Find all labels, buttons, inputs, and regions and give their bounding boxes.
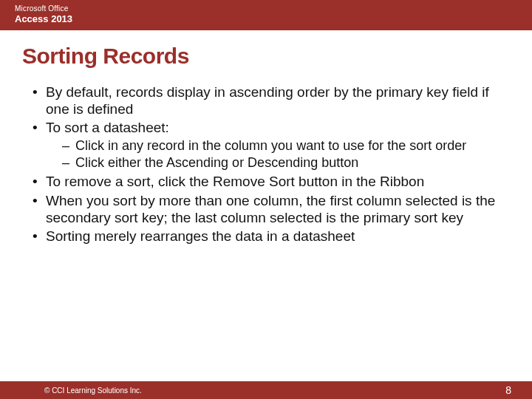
product-label: Access 2013 <box>15 13 517 24</box>
bullet-item: To sort a datasheet: Click in any record… <box>30 119 502 171</box>
bullet-item: By default, records display in ascending… <box>30 83 502 117</box>
sub-bullet-item: Click in any record in the column you wa… <box>46 138 502 154</box>
slide-header: Microsoft Office Access 2013 <box>0 0 532 30</box>
bullet-text: When you sort by more than one column, t… <box>46 193 495 225</box>
brand-label: Microsoft Office <box>15 4 517 13</box>
slide-footer: © CCI Learning Solutions Inc. 8 <box>0 381 532 399</box>
bullet-text: To remove a sort, click the Remove Sort … <box>46 174 424 189</box>
bullet-item: Sorting merely rearranges the data in a … <box>30 228 502 245</box>
slide-title: Sorting Records <box>0 30 532 75</box>
sub-bullet-item: Click either the Ascending or Descending… <box>46 155 502 171</box>
bullet-item: When you sort by more than one column, t… <box>30 192 502 226</box>
bullet-item: To remove a sort, click the Remove Sort … <box>30 173 502 190</box>
bullet-text: To sort a datasheet: <box>46 120 169 135</box>
bullet-text: Sorting merely rearranges the data in a … <box>46 228 355 244</box>
slide-content: By default, records display in ascending… <box>0 75 532 381</box>
copyright-label: © CCI Learning Solutions Inc. <box>44 386 142 395</box>
bullet-text: By default, records display in ascending… <box>46 84 489 117</box>
sub-bullet-text: Click either the Ascending or Descending… <box>75 155 358 170</box>
sub-bullet-text: Click in any record in the column you wa… <box>75 138 466 153</box>
page-number: 8 <box>505 384 511 396</box>
